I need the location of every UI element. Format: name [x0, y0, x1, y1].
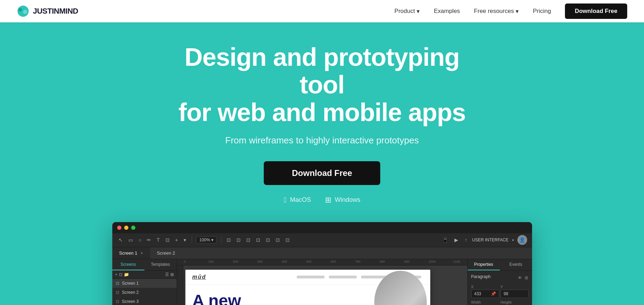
hero-title: Design and prototyping tool for web and …: [172, 43, 473, 127]
align-icon-6[interactable]: ⊡: [274, 236, 281, 244]
hero-download-button[interactable]: Download Free: [264, 161, 380, 185]
logo[interactable]: JUSTINMIND: [17, 5, 78, 17]
folder-icon[interactable]: 📁: [124, 272, 129, 277]
right-panel-tabs: Properties Events: [468, 259, 532, 271]
pin-icon[interactable]: 📌: [491, 291, 496, 296]
image-icon[interactable]: ⊡: [164, 236, 171, 244]
nav-examples[interactable]: Examples: [434, 8, 460, 15]
zoom-control[interactable]: 100% ▾: [196, 236, 217, 243]
tab-screen2[interactable]: Screen 2: [150, 247, 182, 259]
align-icon-3[interactable]: ⊡: [245, 236, 252, 244]
align-icon-5[interactable]: ⊡: [264, 236, 271, 244]
proto-body-inner: A new: [192, 292, 423, 305]
nav-pricing[interactable]: Pricing: [533, 8, 551, 15]
app-body: Screens Templates + ⊡ 📁 ☰ ⊞ ⊡ Screen 1: [112, 259, 532, 305]
circle-icon[interactable]: ○: [137, 236, 143, 244]
add-screen-icon[interactable]: +: [115, 272, 118, 277]
windows-icon: ⊞: [325, 196, 331, 205]
proto-nav-link: [297, 276, 325, 278]
ruler-mark: 1000: [429, 260, 453, 263]
play-icon[interactable]: ▶: [453, 236, 460, 244]
ruler-mark: 100: [208, 260, 233, 263]
element-type-label: Paragraph: [471, 274, 491, 279]
chevron-down-icon: ▾: [417, 8, 420, 15]
list-item[interactable]: ⊡ Screen 3: [112, 297, 177, 305]
hero-subtitle: From wireframes to highly interactive pr…: [172, 135, 473, 146]
left-panel: Screens Templates + ⊡ 📁 ☰ ⊞ ⊡ Screen 1: [112, 259, 177, 305]
plus-icon[interactable]: +: [174, 236, 179, 244]
screen-icon: ⊡: [116, 299, 119, 304]
eye-icon[interactable]: 👁: [518, 275, 522, 281]
chevron-down-icon: ▾: [516, 8, 519, 15]
tab-screen1[interactable]: Screen 1 ✕: [112, 247, 150, 259]
grid-icon[interactable]: ⊡: [119, 272, 122, 277]
ruler-mark: 700: [355, 260, 380, 263]
ruler-mark: 500: [306, 260, 331, 263]
list-item[interactable]: ⊡ Screen 1: [112, 279, 177, 288]
align-icon-7[interactable]: ⊡: [284, 236, 291, 244]
panel-toolbar: + ⊡ 📁 ☰ ⊞: [112, 271, 177, 279]
properties-tab[interactable]: Properties: [468, 259, 500, 270]
app-titlebar: [112, 222, 532, 233]
nav-download-button[interactable]: Download Free: [565, 3, 627, 19]
align-icon-4[interactable]: ⊡: [255, 236, 262, 244]
grid-view-icon[interactable]: ⊞: [170, 272, 174, 277]
right-panel: Properties Events Paragraph 👁 ⚙ X: [467, 259, 532, 305]
ruler-top: 0 100 200 300 400 500 600 700 800 900 10…: [177, 259, 467, 265]
ruler-mark: 200: [233, 260, 257, 263]
list-view-icon[interactable]: ☰: [165, 272, 169, 277]
ruler-mark: 1100: [453, 260, 467, 263]
minimize-dot[interactable]: [124, 226, 128, 230]
device-icon[interactable]: 📱: [441, 236, 450, 244]
align-icon-1[interactable]: ⊡: [225, 236, 232, 244]
templates-tab[interactable]: Templates: [144, 259, 177, 270]
separator2: [221, 236, 221, 243]
app-toolbar: ↖ ▭ ○ ✏ T ⊡ + ▾ 100% ▾ ⊡ ⊡ ⊡ ⊡ ⊡ ⊡ ⊡ 📱 ▶: [112, 233, 532, 247]
nav-links: Product ▾ Examples Free resources ▾ Pric…: [395, 3, 627, 19]
screen-icon: ⊡: [116, 281, 119, 286]
ruler-left: [177, 265, 183, 305]
pen-icon[interactable]: ✏: [146, 236, 153, 244]
width-field-group: Width 179 px ▾: [471, 300, 499, 305]
tab-close-icon[interactable]: ✕: [140, 251, 143, 255]
share-icon[interactable]: ↑: [463, 236, 468, 244]
height-field-group: Height 39 px ▾: [501, 300, 529, 305]
avatar[interactable]: 👤: [517, 235, 527, 245]
ruler-mark: 900: [404, 260, 429, 263]
maximize-dot[interactable]: [131, 226, 135, 230]
windows-platform: ⊞ Windows: [325, 196, 360, 205]
logo-icon: [17, 5, 29, 17]
x-input[interactable]: 433 📌: [471, 290, 499, 298]
logo-text: JUSTINMIND: [33, 7, 78, 16]
height-label: Height: [501, 300, 529, 304]
cursor-icon[interactable]: ↖: [117, 236, 124, 244]
settings-icon[interactable]: ⚙: [524, 275, 529, 281]
ruler-mark: 800: [380, 260, 404, 263]
ui-interface-label: USER INTERFACE: [472, 237, 508, 242]
chevron-down-icon-ui: ▾: [512, 238, 514, 242]
nav-product[interactable]: Product ▾: [395, 8, 420, 15]
screens-tab[interactable]: Screens: [112, 259, 144, 270]
align-icon-2[interactable]: ⊡: [235, 236, 242, 244]
hero-content: Design and prototyping tool for web and …: [165, 22, 480, 219]
svg-point-2: [23, 10, 27, 14]
more-icon[interactable]: ▾: [182, 236, 187, 244]
app-tabs: Screen 1 ✕ Screen 2: [112, 247, 532, 259]
ruler-mark: 0: [184, 260, 208, 263]
ruler-numbers: 0 100 200 300 400 500 600 700 800 900 10…: [184, 260, 467, 263]
events-tab[interactable]: Events: [500, 259, 532, 270]
macos-platform:  MacOS: [284, 196, 311, 205]
nav-free-resources[interactable]: Free resources ▾: [474, 8, 519, 15]
screen-list: ⊡ Screen 1 ⊡ Screen 2 ⊡ Screen 3 ▶ 📁: [112, 279, 177, 305]
y-input[interactable]: 98: [501, 290, 529, 298]
close-dot[interactable]: [117, 226, 121, 230]
rectangle-icon[interactable]: ▭: [127, 236, 134, 244]
list-item[interactable]: ⊡ Screen 2: [112, 288, 177, 297]
navbar: JUSTINMIND Product ▾ Examples Free resou…: [0, 0, 644, 22]
x-label: X: [471, 285, 499, 289]
separator: [192, 236, 192, 243]
text-icon[interactable]: T: [155, 236, 161, 244]
svg-point-1: [19, 8, 22, 12]
x-field-group: X 433 📌: [471, 285, 499, 298]
canvas-area[interactable]: 0 100 200 300 400 500 600 700 800 900 10…: [177, 259, 467, 305]
